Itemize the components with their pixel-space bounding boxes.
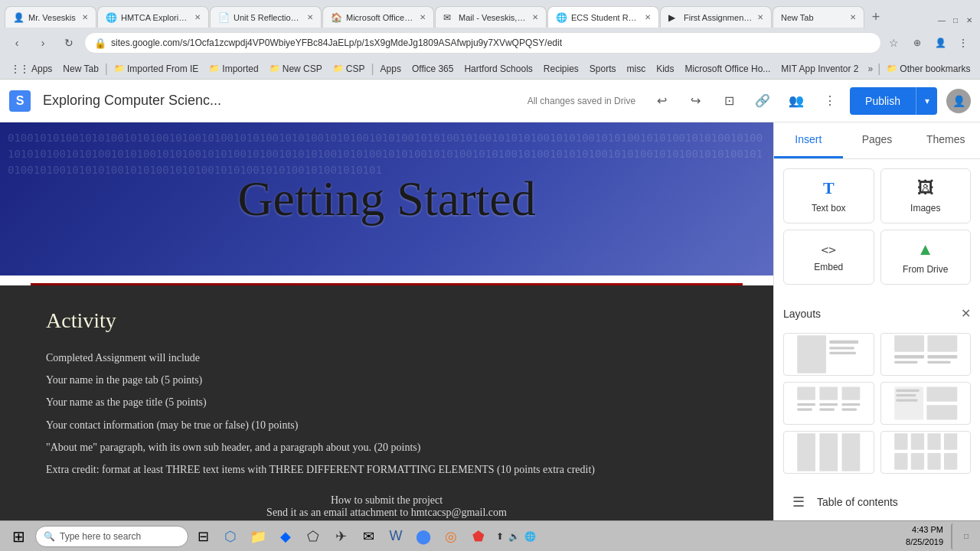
taskbar-dropbox[interactable]: ◆ [273,523,299,549]
layout-3[interactable] [783,382,874,425]
close-tab-3[interactable]: ✕ [307,13,313,21]
insert-embed[interactable]: <> Embed [783,230,874,285]
favicon-6: 🌐 [556,12,567,23]
layouts-header: Layouts ✕ [774,300,980,327]
close-tab-7[interactable]: ✕ [757,13,763,21]
bookmark-new-tab[interactable]: New Tab [58,62,103,76]
link-button[interactable]: 🔗 [749,87,776,115]
close-tab-1[interactable]: ✕ [82,13,88,21]
taskbar-search[interactable]: 🔍 Type here to search [35,526,188,547]
taskbar-clock[interactable]: 4:43 PM 8/25/2019 [900,524,949,548]
divider-3: | [877,62,880,76]
redo-button[interactable]: ↪ [681,87,709,115]
refresh-button[interactable]: ↻ [58,32,80,54]
bookmarks-more[interactable]: » [865,62,877,76]
more-button[interactable]: ⋮ [952,32,974,54]
bookmark-misc[interactable]: misc [622,62,651,76]
insert-from-drive[interactable]: ▲ From Drive [880,230,972,285]
tab-unit5[interactable]: 📄 Unit 5 Reflections - M... ✕ [210,6,322,28]
undo-button[interactable]: ↩ [648,87,675,115]
taskbar-edge[interactable]: ⬡ [217,523,243,549]
bookmark-csp[interactable]: 📁 CSP [328,62,370,76]
bookmark-imported-ie[interactable]: 📁 Imported From IE [109,62,203,76]
close-button[interactable]: ✕ [963,14,975,26]
layout-1[interactable] [783,333,874,376]
tab-mail[interactable]: ✉ Mail - Veseskis, Jame... ✕ [435,6,547,28]
insert-row-1: T Text box 🖼 Images [783,168,971,223]
layout-4[interactable] [880,382,972,425]
close-tab-5[interactable]: ✕ [532,13,538,21]
tab-pages[interactable]: Pages [843,122,912,158]
layout-5[interactable] [783,431,874,474]
publish-dropdown-button[interactable]: ▾ [916,87,937,115]
bookmark-apps[interactable]: ⋮⋮ Apps [6,62,57,76]
bookmark-imported[interactable]: 📁 Imported [204,62,263,76]
favicon-1: 👤 [13,12,24,23]
profile-button[interactable]: 👤 [929,32,951,54]
bookmark-star[interactable]: ☆ [889,37,899,49]
taskbar-app4[interactable]: ⬟ [466,523,492,549]
hero-title[interactable]: Getting Started [237,171,535,227]
tab-ecs[interactable]: 🌐 ECS Student Resource... ✕ [547,6,659,28]
show-desktop-button[interactable]: □ [951,523,977,549]
close-tab-2[interactable]: ✕ [194,13,201,21]
tab-new[interactable]: New Tab ✕ [773,6,864,28]
panel-insert-section: T Text box 🖼 Images <> Embed ▲ [774,159,980,300]
bookmark-apps2[interactable]: Apps [376,62,406,76]
back-button[interactable]: ‹ [6,32,28,54]
svg-rect-4 [894,335,924,352]
publish-button[interactable]: Publish [850,87,916,115]
close-tab-4[interactable]: ✕ [420,13,426,21]
taskbar-folder[interactable]: 📁 [245,523,271,549]
tab-youtube[interactable]: ▶ First Assignment - Yo... ✕ [660,6,772,28]
bookmark-kids[interactable]: Kids [652,62,678,76]
insert-images[interactable]: 🖼 Images [880,168,972,223]
taskbar-mail[interactable]: ✉ [355,523,381,549]
layouts-chevron[interactable]: ✕ [961,306,971,321]
more-options-button[interactable]: ⋮ [816,87,844,115]
bookmark-sports[interactable]: Sports [585,62,621,76]
taskbar-word[interactable]: W [383,523,409,549]
taskbar-app1[interactable]: ⬠ [300,523,326,549]
taskbar-task-view[interactable]: ⊟ [190,523,216,549]
bookmark-new-csp[interactable]: 📁 New CSP [265,62,327,76]
bookmark-recipies[interactable]: Recipies [539,62,583,76]
minimize-button[interactable]: — [936,14,948,26]
tab-themes[interactable]: Themes [911,122,980,158]
taskbar-app2[interactable]: ✈ [328,523,354,549]
layout-2[interactable] [880,333,972,376]
insert-textbox[interactable]: T Text box [783,168,874,223]
other-bookmarks[interactable]: 📁 Other bookmarks [882,62,975,76]
bookmark-office365[interactable]: Office 365 [407,62,458,76]
svg-rect-24 [926,405,957,419]
user-avatar[interactable]: 👤 [946,89,971,113]
extensions-button[interactable]: ⊕ [906,32,928,54]
embed-icon: <> [822,243,836,257]
bookmark-mit[interactable]: MIT App Inventor 2 [776,62,863,76]
component-table-of-contents[interactable]: ☰ Table of contents [783,486,971,518]
taskbar-app3[interactable]: ◎ [438,523,464,549]
address-bar[interactable]: 🔒 sites.google.com/s/1Ocfa1zcwpdj4VP0Wbi… [84,32,881,54]
tab-mr-veseskis[interactable]: 👤 Mr. Veseskis ✕ [5,6,96,28]
layout-6[interactable] [880,431,972,474]
new-tab-button[interactable]: + [865,6,887,28]
activity-text: Completed Assignment will include Your n… [46,348,727,479]
activity-title: Activity [46,308,727,333]
add-person-button[interactable]: 👥 [782,87,810,115]
preview-button[interactable]: ⊡ [715,87,743,115]
textbox-icon: T [823,178,835,198]
close-tab-6[interactable]: ✕ [645,13,651,21]
bookmark-hartford[interactable]: Hartford Schools [459,62,537,76]
bookmark-ms-office[interactable]: Microsoft Office Ho... [681,62,776,76]
close-tab-8[interactable]: ✕ [850,13,856,21]
taskbar-chrome[interactable]: ⬤ [410,523,436,549]
svg-rect-11 [819,386,838,399]
tab-office[interactable]: 🏠 Microsoft Office Home... ✕ [322,6,434,28]
svg-rect-25 [797,433,815,471]
start-button[interactable]: ⊞ [3,523,34,549]
svg-rect-35 [944,453,957,470]
tab-hmtca[interactable]: 🌐 HMTCA Exploring Co... ✕ [97,6,209,28]
maximize-button[interactable]: □ [949,14,962,26]
tab-insert[interactable]: Insert [774,122,843,158]
forward-button[interactable]: › [32,32,54,54]
